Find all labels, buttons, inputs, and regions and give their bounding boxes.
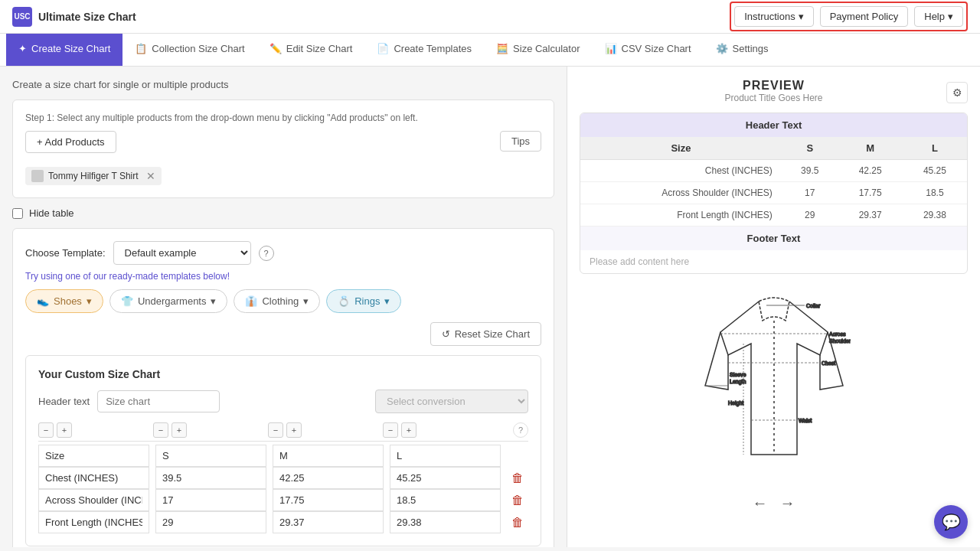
tab-edit-size-chart[interactable]: ✏️ Edit Size Chart [257,34,365,66]
table-row: 🗑 [38,467,528,489]
preview-table: Header Text Size S M L Chest (INCHES) 39… [580,113,967,273]
undergarments-icon: 👕 [121,295,133,307]
tab-icon: 📋 [135,43,147,54]
reset-row: ↺ Reset Size Chart [25,322,541,346]
category-undergarments-button[interactable]: 👕 Undergarments ▾ [109,289,228,313]
svg-text:Height: Height [728,400,743,406]
instructions-button[interactable]: Instructions ▾ [734,6,813,27]
chat-bubble-button[interactable]: 💬 [934,505,968,539]
col-s-input[interactable] [155,445,266,467]
header-text-input[interactable] [97,390,220,412]
page-subtitle: Create a size chart for single or multip… [12,79,554,90]
col3-minus-button[interactable]: − [268,422,283,438]
tab-create-size-chart[interactable]: ✦ Create Size Chart [6,34,122,66]
column-controls-row: − + − + − + − + ? [38,422,528,442]
preview-row-1: Chest (INCHES) 39.5 42.25 45.25 [580,160,967,182]
preview-row-2: Across Shoulder (INCHES) 17 17.75 18.5 [580,182,967,204]
tab-size-calculator[interactable]: 🧮 Size Calculator [484,34,592,66]
template-help-button[interactable]: ? [259,246,274,261]
row1-label-input[interactable] [38,467,149,489]
template-card: Choose Template: Default example ? Try u… [12,228,554,547]
svg-text:Waist: Waist [799,418,812,423]
tab-collection-size-chart[interactable]: 📋 Collection Size Chart [122,34,256,66]
template-row: Choose Template: Default example ? [25,241,541,265]
tab-csv-size-chart[interactable]: 📊 CSV Size Chart [593,34,704,66]
step1-text: Step 1: Select any multiple products fro… [25,112,541,123]
row1-s-input[interactable] [155,467,266,489]
category-shoes-button[interactable]: 👟 Shoes ▾ [25,289,103,313]
svg-text:Shoulder: Shoulder [829,338,851,344]
conversion-select[interactable]: Select conversion [375,390,528,413]
help-button[interactable]: Help ▾ [914,6,963,27]
shirt-diagram: Collar Across Shoulder Chest Sleeve Leng… [580,286,968,485]
col4-plus-button[interactable]: + [401,422,416,438]
category-clothing-button[interactable]: 👔 Clothing ▾ [234,289,320,313]
right-panel: PREVIEW Product Title Goes Here ⚙ Header… [567,67,980,547]
preview-subtitle: Product Title Goes Here [580,93,968,103]
row2-label-input[interactable] [38,489,149,511]
row2-l-input[interactable] [390,489,501,511]
preview-col-headers: Size S M L [580,137,967,160]
row1-m-input[interactable] [273,467,384,489]
row1-delete-button[interactable]: 🗑 [507,468,528,489]
col1-plus-button[interactable]: + [57,422,72,438]
main-layout: Create a size chart for single or multip… [0,67,980,547]
table-row: 🗑 [38,511,528,533]
col4-minus-button[interactable]: − [383,422,398,438]
chevron-down-icon: ▾ [87,295,92,307]
row3-s-input[interactable] [155,511,266,533]
app-logo: USC Ultimate Size Chart [12,7,136,27]
prev-arrow-button[interactable]: ← [753,494,768,512]
table-help-button[interactable]: ? [513,422,528,438]
template-suggestion: Try using one of our ready-made template… [25,271,541,282]
chat-icon: 💬 [942,513,961,531]
size-chart-card: Your Custom Size Chart Header text Selec… [25,355,541,546]
category-rings-button[interactable]: 💍 Rings ▾ [326,289,401,313]
row3-delete-button[interactable]: 🗑 [507,512,528,533]
hide-table-label: Hide table [29,207,74,219]
col3-plus-button[interactable]: + [286,422,302,438]
tab-settings[interactable]: ⚙️ Settings [704,34,781,66]
chevron-down-icon: ▾ [948,11,953,22]
rings-icon: 💍 [338,295,350,307]
next-arrow-button[interactable]: → [780,494,795,512]
row2-s-input[interactable] [155,489,266,511]
col-size-input[interactable] [38,445,149,467]
remove-product-button[interactable]: ✕ [146,170,155,182]
shirt-svg: Collar Across Shoulder Chest Sleeve Leng… [697,286,851,485]
tab-icon: ✦ [18,43,27,54]
template-select[interactable]: Default example [113,241,251,265]
preview-add-content-row: Please add content here [580,250,967,273]
tab-icon: ✏️ [270,43,282,54]
tab-create-templates[interactable]: 📄 Create Templates [364,34,484,66]
row2-m-input[interactable] [273,489,384,511]
left-panel: Create a size chart for single or multip… [0,67,567,547]
step1-card: Step 1: Select any multiple products fro… [12,99,554,198]
col1-controls: − + [38,422,153,438]
tab-icon: 🧮 [496,43,508,54]
col1-minus-button[interactable]: − [38,422,54,438]
header-text-row: Header text Select conversion [38,390,528,413]
reset-size-chart-button[interactable]: ↺ Reset Size Chart [430,322,541,346]
col2-minus-button[interactable]: − [153,422,168,438]
preview-table-header: Header Text [580,113,967,137]
row3-l-input[interactable] [390,511,501,533]
tab-icon: 📄 [377,43,389,54]
col2-plus-button[interactable]: + [172,422,187,438]
svg-text:Across: Across [829,331,846,337]
header-actions: Instructions ▾ Payment Policy Help ▾ [730,2,968,31]
settings-gear-button[interactable]: ⚙ [946,82,968,103]
tips-button[interactable]: Tips [500,131,541,152]
payment-policy-button[interactable]: Payment Policy [820,6,909,27]
add-products-button[interactable]: + Add Products [25,131,116,153]
col-m-input[interactable] [273,445,384,467]
row3-label-input[interactable] [38,511,149,533]
hide-table-checkbox[interactable] [12,208,23,219]
tab-icon: 📊 [605,43,617,54]
row1-l-input[interactable] [390,467,501,489]
row2-delete-button[interactable]: 🗑 [507,490,528,511]
row3-m-input[interactable] [273,511,384,533]
col-l-input[interactable] [390,445,501,467]
svg-text:Collar: Collar [806,303,821,308]
chevron-down-icon: ▾ [384,295,390,307]
